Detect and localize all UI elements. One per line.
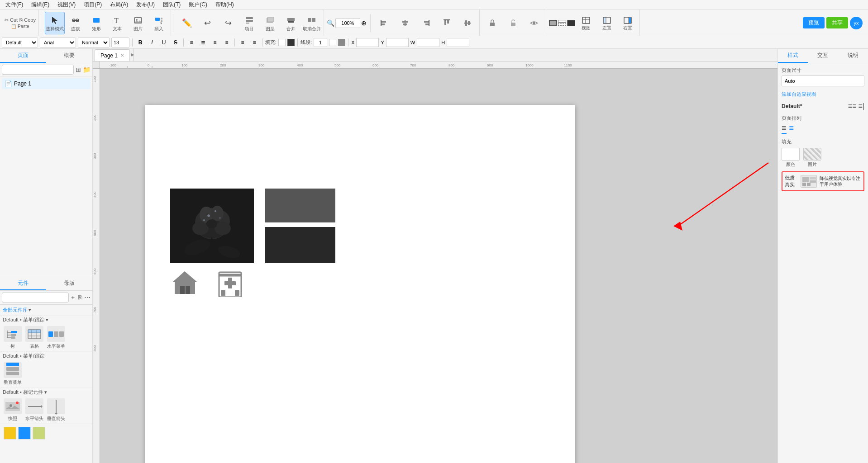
font-style-select[interactable]: Arial [40,38,76,47]
align-right[interactable] [416,12,436,34]
preview-button[interactable]: 预览 [803,17,825,28]
fill-color-box[interactable] [278,39,286,46]
adaptive-link[interactable]: 添加自适应视图 [782,91,816,97]
canvas-scroll[interactable] [100,69,777,463]
stroke-color-box[interactable] [329,39,336,46]
undo-tool[interactable]: ↩ [198,12,218,34]
comp-more-btn[interactable]: ⋯ [84,293,91,302]
tab-overview[interactable]: 概要 [46,49,92,63]
tab-masters[interactable]: 母版 [46,277,92,290]
hide-tool[interactable] [524,12,544,34]
copy-button[interactable]: ⎘ Copy [19,17,36,23]
comp-item-h-arrow[interactable]: 水平箭头 [25,398,43,422]
paste-button[interactable]: 📋 Paste [11,24,29,29]
comp-copy-btn[interactable]: ⎘ [77,293,83,302]
menu-help[interactable]: 帮助(H) [212,0,238,9]
item-tool[interactable]: 项目 [239,12,259,34]
menu-project[interactable]: 项目(P) [80,0,105,9]
comp-item-tree[interactable]: 树 [4,326,22,350]
comp-search-input[interactable] [2,293,69,302]
fill-color-dark[interactable] [287,39,295,46]
fill-color-option[interactable]: 颜色 [782,148,800,168]
split-tool[interactable]: 取消合并 [302,12,322,34]
comp-add-btn[interactable]: + [70,293,76,302]
layer-tool[interactable]: 图层 [260,12,280,34]
stroke-color-gray[interactable] [338,39,345,46]
tab-page[interactable]: 页面 [0,49,46,63]
canvas-tab-close[interactable]: ✕ [120,53,124,58]
zoom-input[interactable]: 100% [335,18,360,28]
menu-view[interactable]: 视图(V) [54,0,79,9]
page-search-input[interactable] [2,65,74,75]
page-item-1[interactable]: 📄 Page 1 [2,78,91,89]
comp-library-label[interactable]: 全部元件库 [3,307,28,313]
cut-button[interactable]: ✂ Cut [5,17,18,23]
y-input[interactable] [386,38,409,47]
comp-item-hmenu[interactable]: 水平菜单 [47,326,65,350]
fill-image-option[interactable]: 图片 [803,148,821,168]
col-left-icon[interactable]: ≡ [782,123,787,134]
swatch-blue[interactable] [18,427,31,439]
text-tool[interactable]: T 文本 [107,12,127,34]
more-align-btn[interactable]: ≡ [238,38,248,47]
select-tool[interactable]: 选择模式 [45,12,65,34]
tab-interaction[interactable]: 交互 [808,49,838,63]
font-family-select[interactable]: Default [2,38,38,47]
align-center-btn[interactable]: ≣ [198,38,208,47]
bp-grid-icon[interactable]: ≡≡ [848,102,857,110]
right-panel-tool[interactable]: 右置 [618,12,638,34]
menu-edit[interactable]: 编辑(E) [28,0,53,9]
lock-tool[interactable] [482,12,502,34]
left-panel-tool[interactable]: 左置 [597,12,617,34]
tab-note[interactable]: 说明 [838,49,868,63]
italic-btn[interactable]: I [147,38,157,47]
unlock-tool[interactable] [503,12,523,34]
bold-btn[interactable]: B [135,38,145,47]
menu-account[interactable]: 账户(C) [185,0,211,9]
align-top[interactable] [437,12,457,34]
zoom-out-btn[interactable]: 🔍 [327,19,334,27]
bp-list-icon[interactable]: ≡| [858,102,865,110]
menu-file[interactable]: 文件(F) [2,0,27,9]
swatch-green[interactable] [33,427,45,439]
comp-item-snapshot[interactable]: 快照 [4,398,22,422]
strikethrough-btn[interactable]: S [171,38,181,47]
font-size-input[interactable] [111,38,129,47]
x-input[interactable] [356,38,379,47]
menu-layout[interactable]: 布局(A) [106,0,132,9]
insert-tool[interactable]: ▾ 插入 [149,12,169,34]
page-size-input[interactable]: Auto [782,76,864,86]
lowfidelity-thumbnail[interactable] [801,175,817,188]
align-right-btn2[interactable]: ≡ [210,38,220,47]
view-tool[interactable]: 视图 [576,12,596,34]
w-input[interactable] [417,38,439,47]
comp-item-v-arrow[interactable]: 垂直箭头 [47,398,65,422]
align-justify-btn[interactable]: ≡ [222,38,232,47]
align-left[interactable] [374,12,394,34]
share-button[interactable]: 共享 [826,17,848,28]
align-left-btn[interactable]: ≡ [186,38,196,47]
line-spacing-btn[interactable]: ≡ [249,38,259,47]
merge-tool[interactable]: 合并 [281,12,301,34]
folder-icon[interactable]: 📁 [83,66,91,73]
redo-tool[interactable]: ↪ [219,12,238,34]
canvas-tab-page1[interactable]: Page 1 ✕ [95,49,130,61]
col-center-icon[interactable]: ≡ [789,123,794,134]
image-tool[interactable]: 图片 [128,12,148,34]
underline-btn[interactable]: U [159,38,169,47]
comp-item-vmenu[interactable]: 垂直菜单 [4,362,22,386]
add-page-icon[interactable]: ⊞ [76,66,81,73]
rect-tool[interactable]: 矩形 [86,12,106,34]
link-tool[interactable]: 连接 [66,12,86,34]
draw-tool[interactable]: ✏️ [177,12,197,34]
swatch-yellow[interactable] [4,427,16,439]
align-center-v[interactable] [458,12,477,34]
stroke-width-input[interactable] [314,38,327,47]
h-input[interactable] [447,38,469,47]
tab-components[interactable]: 元件 [0,277,46,290]
menu-team[interactable]: 团队(T) [159,0,184,9]
menu-publish[interactable]: 发布(U) [133,0,158,9]
align-center-h[interactable] [395,12,415,34]
font-weight-select[interactable]: Normal [78,38,110,47]
zoom-in-btn[interactable]: ⊕ [361,19,367,27]
